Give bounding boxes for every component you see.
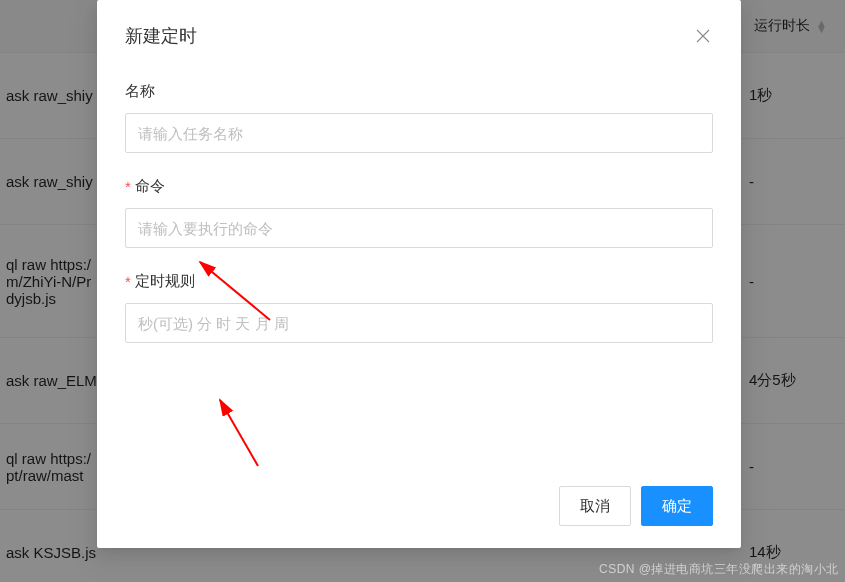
schedule-label: * 定时规则: [125, 272, 713, 291]
schedule-label-text: 定时规则: [135, 272, 195, 291]
form-item-schedule: * 定时规则: [125, 272, 713, 343]
modal-header: 新建定时: [97, 0, 741, 72]
name-label-text: 名称: [125, 82, 155, 101]
form-item-command: * 命令: [125, 177, 713, 248]
watermark: CSDN @掉进电商坑三年没爬出来的淘小北: [599, 561, 839, 578]
name-input[interactable]: [125, 113, 713, 153]
schedule-input[interactable]: [125, 303, 713, 343]
command-label: * 命令: [125, 177, 713, 196]
modal-footer: 取消 确定: [97, 474, 741, 548]
form-item-name: 名称: [125, 82, 713, 153]
close-icon[interactable]: [693, 26, 713, 46]
required-asterisk: *: [125, 273, 131, 290]
ok-button[interactable]: 确定: [641, 486, 713, 526]
create-schedule-modal: 新建定时 名称 * 命令 * 定时规则 取消 确定: [97, 0, 741, 548]
name-label: 名称: [125, 82, 713, 101]
required-asterisk: *: [125, 178, 131, 195]
cancel-button[interactable]: 取消: [559, 486, 631, 526]
command-label-text: 命令: [135, 177, 165, 196]
modal-title: 新建定时: [125, 24, 197, 48]
command-input[interactable]: [125, 208, 713, 248]
modal-body: 名称 * 命令 * 定时规则: [97, 72, 741, 474]
